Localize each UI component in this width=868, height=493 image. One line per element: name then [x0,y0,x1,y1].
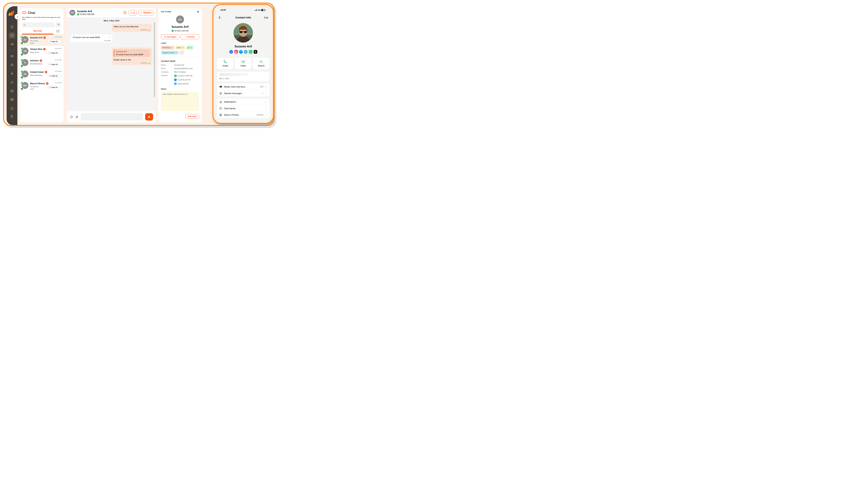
x-twitter-icon[interactable]: 𝕏 [253,50,257,53]
whatsapp-channel-icon [21,59,23,61]
ticket-icon [10,55,14,58]
blurred-message-content [219,73,248,76]
channel-facebook-value: Susanto arif FB [178,79,190,81]
notes-textarea[interactable] [161,91,199,111]
headset-icon [49,86,51,88]
chat-preview: Diberitahukan.. [30,63,44,65]
agent-assign-dropdown[interactable]: Fajar Ri.. [48,40,62,43]
whatsapp-channel-icon [21,36,23,38]
sidebar-item-home[interactable] [9,24,15,30]
starred-messages-row[interactable]: Starred messages 1 [219,90,267,97]
sidebar-item-integration[interactable] [9,79,15,85]
conversation-header: SA Susanto Arif 62 8213 1292 628 + ✓Reso… [67,8,156,17]
chat-list-item-zubaid[interactable]: ZA ✓ Zubaid Anwar4 Diberitahukan... 12:2… [19,69,64,80]
ask-agent-button[interactable]: Ask Agent [161,35,179,39]
tab-my-chat[interactable]: My chat [22,30,53,32]
sidebar-item-notifications[interactable] [9,105,15,111]
contact-photo[interactable] [233,23,253,43]
emoji-icon[interactable] [70,115,73,119]
sidebar-item-broadcast[interactable] [9,41,15,47]
search-button[interactable]: Search [253,58,269,69]
chat-time: 12:25 PM [55,59,62,61]
facebook-icon[interactable]: f [229,50,233,53]
label-chip-ui[interactable]: UI✕ [186,46,193,49]
chevron-right-icon [265,107,267,109]
scrollbar[interactable] [154,22,155,97]
add-label-button[interactable]: + [180,51,184,55]
phone-icon [223,60,227,64]
sidebar-item-contact-book[interactable] [9,97,15,103]
whatsapp-channel-icon [21,70,23,73]
whatsapp-channel-icon [21,47,23,50]
chat-list-panel: Chat The ability to send and receive mes… [19,8,64,123]
search-box[interactable] [22,22,54,27]
signal-icon [255,9,257,11]
starred-message-date: Mar 1, 2023 [219,78,267,80]
chat-preview: Okay Sure [30,51,44,53]
save-to-photos-row[interactable]: Save to Photos Default [219,111,267,118]
sidebar-item-logout[interactable] [9,114,15,118]
remove-label-icon[interactable]: ✕ [182,47,183,49]
messenger-icon[interactable] [239,50,243,53]
agent-assign-dropdown[interactable]: Fajar Ri.. [48,74,62,78]
network-label: 4G [258,9,261,11]
chat-list-item-tanwar[interactable]: TN ✓ Tanwar Nina4 Okay Sure 12:25 PM Faj… [19,46,64,57]
remove-label-icon[interactable]: ✕ [171,47,173,49]
audio-call-button[interactable]: Audio [217,58,233,69]
instagram-icon[interactable] [234,50,238,53]
close-icon[interactable]: ✕ [197,10,199,13]
resolve-button[interactable]: ✓Resolve [138,10,153,15]
back-icon[interactable] [218,16,221,19]
video-call-button[interactable]: Video [235,58,251,69]
new-chat-icon [56,29,60,33]
whatsapp-icon[interactable] [249,50,252,53]
chevron-down-icon [59,52,61,53]
label-chip-support-system[interactable]: Support system✕ [161,51,179,55]
conversation-panel: SA Susanto Arif 62 8213 1292 628 + ✓Reso… [67,8,156,123]
sidebar-item-chat[interactable] [9,32,15,39]
date-divider: Wed, 1 May 2023 [71,20,152,22]
profile-avatar: SJ [176,16,184,23]
add-agent-button[interactable]: + [129,10,137,15]
add-notes-button[interactable]: Add notes [185,114,199,119]
message-input[interactable] [81,113,143,121]
info-icon [123,10,127,15]
send-button[interactable] [145,113,153,121]
media-count: 349 [260,86,263,88]
maxchat-logo [9,10,15,16]
notifications-row[interactable]: Notifications [219,99,267,105]
chat-list-item-susanto[interactable]: SJ ✓ Susanto Arif4 I’ll send it over.. 1… [19,35,64,46]
chat-preview: I’ll send it over.. [30,86,44,90]
edit-button[interactable]: Edit [264,16,268,19]
contact-phone: 62 8213 1292 628 [80,13,94,15]
chat-name: Zubaid Anwar [30,71,44,73]
agent-assign-dropdown[interactable]: Fajar Ri.. [48,51,62,55]
sidebar-item-settings[interactable] [9,70,15,77]
telegram-icon[interactable] [244,50,248,53]
chat-time: 12:25 PM [55,82,62,84]
label-chip-sales[interactable]: Sales✕ [175,46,185,49]
chat-theme-row[interactable]: Chat theme [219,105,267,111]
telegram-icon [174,83,177,85]
search-input[interactable] [27,24,53,26]
agent-assign-dropdown[interactable]: Fajar Ri.. [48,85,62,89]
message-options-chevron-icon[interactable] [109,36,111,38]
remove-label-icon[interactable]: ✕ [176,52,177,53]
new-chat-button[interactable] [56,29,60,34]
chat-list-item-selviana[interactable]: S ✓ Selviana4 Diberitahukan.. 12:25 PM F… [19,57,64,69]
filter-button[interactable] [56,22,61,27]
sidebar-item-ticket[interactable] [9,53,15,59]
starred-message-preview[interactable]: Mar 1, 2023 [217,72,269,81]
label-chip-marketing[interactable]: Marketing✕ [161,46,174,49]
sidebar-item-reports[interactable] [9,88,15,94]
info-button[interactable] [123,10,127,15]
sidebar-expand-button[interactable] [15,14,20,19]
chat-list-item-marcel[interactable]: MA ✓ Marcel Alfonso4 I’ll send it over..… [19,80,64,92]
resolve-button[interactable]: ✓Resolve [181,35,199,39]
remove-label-icon[interactable]: ✕ [191,47,192,49]
agent-assign-dropdown[interactable]: Fajar Ri.. [48,63,62,66]
sidebar-item-contacts[interactable] [9,62,15,68]
contact-email-value: Susantoarif@mino.com [174,68,193,69]
media-links-docs-row[interactable]: Media, links and docs 349 [219,84,267,90]
attachment-icon[interactable] [75,115,79,119]
